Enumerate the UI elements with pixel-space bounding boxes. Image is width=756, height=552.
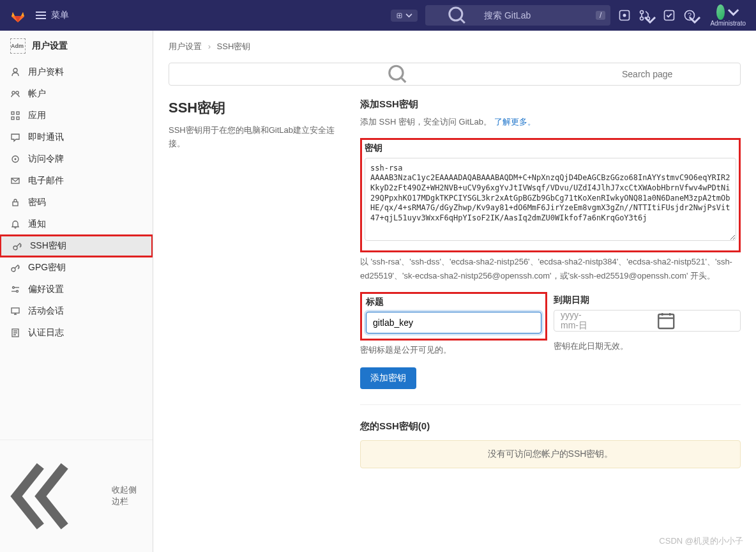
top-bar: 菜单 / ? Administrato — [0, 0, 756, 31]
sidebar-item-label: GPG密钥 — [28, 262, 66, 273]
title-help: 密钥标题是公开可见的。 — [360, 343, 547, 357]
page-title: SSH密钥 — [169, 98, 341, 118]
user-icon — [10, 67, 20, 77]
add-ssh-heading: 添加SSH密钥 — [360, 98, 741, 111]
sidebar-item-label: 认证日志 — [28, 327, 64, 339]
lock-icon — [10, 197, 20, 208]
sidebar-item-label: 访问令牌 — [28, 153, 64, 165]
svg-rect-20 — [13, 202, 18, 206]
sidebar-item-12[interactable]: 认证日志 — [0, 322, 153, 344]
search-page-input[interactable] — [622, 69, 734, 79]
svg-point-24 — [17, 291, 19, 293]
help-icon[interactable]: ? — [683, 9, 696, 22]
svg-point-18 — [15, 158, 17, 160]
sidebar-item-label: 活动会话 — [28, 305, 64, 317]
sidebar-item-4[interactable]: 访问令牌 — [0, 148, 153, 170]
sidebar-item-label: 应用 — [28, 110, 46, 121]
sidebar-item-5[interactable]: 电子邮件 — [0, 170, 153, 192]
breadcrumb-root[interactable]: 用户设置 — [169, 42, 202, 51]
sidebar-item-1[interactable]: 帐户 — [0, 83, 153, 105]
sidebar-item-6[interactable]: 密码 — [0, 192, 153, 213]
issues-icon[interactable] — [618, 9, 631, 22]
todos-icon[interactable] — [663, 9, 676, 22]
collapse-label: 收起侧边栏 — [112, 484, 142, 507]
title-label: 标题 — [366, 296, 541, 308]
chat-icon — [10, 132, 20, 142]
sidebar-item-label: 密码 — [28, 197, 46, 208]
svg-rect-14 — [17, 112, 19, 114]
sidebar-item-3[interactable]: 即时通讯 — [0, 126, 153, 148]
gitlab-logo[interactable] — [10, 8, 26, 23]
email-icon — [10, 176, 20, 186]
svg-point-23 — [13, 287, 15, 289]
sidebar-item-label: SSH密钥 — [30, 240, 66, 252]
sidebar-header: Adm 用户设置 — [0, 31, 153, 61]
account-icon — [10, 89, 20, 99]
sidebar-item-label: 偏好设置 — [28, 284, 64, 295]
search-page-box[interactable] — [169, 63, 741, 86]
sidebar-item-11[interactable]: 活动会话 — [0, 300, 153, 322]
search-input[interactable] — [484, 10, 596, 20]
search-box[interactable]: / — [425, 5, 610, 26]
your-keys-heading: 您的SSH密钥(0) — [360, 420, 741, 433]
watermark: CSDN @机灵的小小子 — [659, 535, 743, 547]
collapse-sidebar[interactable]: 收起侧边栏 — [0, 440, 153, 552]
sidebar-item-label: 通知 — [28, 218, 46, 230]
title-input[interactable] — [366, 312, 541, 334]
create-new-button[interactable] — [391, 10, 418, 22]
log-icon — [10, 328, 20, 338]
calendar-icon — [598, 310, 734, 331]
ssh-key-textarea[interactable] — [365, 158, 736, 241]
empty-state: 没有可访问您帐户的SSH密钥。 — [360, 440, 741, 468]
merge-requests-icon[interactable] — [639, 9, 651, 22]
bell-icon — [10, 219, 20, 229]
search-shortcut: / — [596, 11, 605, 20]
broken-avatar: Adm — [10, 38, 26, 54]
svg-rect-16 — [17, 117, 19, 119]
sidebar-item-label: 即时通讯 — [28, 132, 64, 143]
avatar — [716, 4, 725, 20]
svg-point-27 — [389, 66, 403, 79]
key-icon — [10, 263, 20, 273]
svg-point-5 — [640, 17, 644, 20]
sidebar-item-label: 帐户 — [28, 88, 46, 100]
expires-label: 到期日期 — [554, 295, 741, 306]
key-icon — [12, 241, 22, 251]
svg-rect-25 — [11, 308, 19, 313]
sidebar-item-0[interactable]: 用户资料 — [0, 61, 153, 83]
content: 用户设置 › SSH密钥 SSH密钥 SSH密钥用于在您的电脑和GitLab建立… — [153, 31, 756, 552]
expires-placeholder: yyyy-mm-日 — [561, 310, 598, 332]
add-ssh-desc: 添加 SSH 密钥，安全访问 GitLab。 — [360, 117, 492, 126]
svg-point-11 — [12, 91, 15, 94]
breadcrumb: 用户设置 › SSH密钥 — [169, 41, 741, 52]
expires-input[interactable]: yyyy-mm-日 — [554, 310, 741, 332]
menu-label: 菜单 — [51, 10, 69, 21]
monitor-icon — [10, 306, 20, 316]
user-menu[interactable]: Administrato — [710, 4, 746, 27]
sidebar-item-label: 电子邮件 — [28, 175, 64, 187]
svg-point-4 — [640, 11, 644, 14]
sidebar-item-9[interactable]: GPG密钥 — [0, 257, 153, 279]
chevron-left-icon — [10, 448, 107, 544]
svg-point-12 — [16, 91, 19, 94]
svg-point-1 — [450, 8, 462, 20]
search-icon — [176, 63, 619, 85]
menu-toggle[interactable]: 菜单 — [36, 10, 69, 21]
search-icon — [430, 5, 484, 26]
sidebar-item-10[interactable]: 偏好设置 — [0, 279, 153, 300]
token-icon — [10, 154, 20, 164]
svg-point-10 — [13, 68, 17, 72]
sidebar-item-label: 用户资料 — [28, 66, 64, 78]
breadcrumb-current: SSH密钥 — [217, 42, 251, 51]
sidebar-item-8[interactable]: SSH密钥 — [0, 235, 153, 257]
settings-icon — [10, 284, 20, 295]
key-label: 密钥 — [365, 142, 736, 154]
hamburger-icon — [36, 12, 46, 19]
add-key-button[interactable]: 添加密钥 — [360, 367, 416, 389]
svg-rect-28 — [658, 314, 674, 328]
sidebar-item-7[interactable]: 通知 — [0, 213, 153, 235]
sidebar-item-2[interactable]: 应用 — [0, 105, 153, 126]
apps-icon — [10, 111, 20, 121]
sidebar: Adm 用户设置 用户资料帐户应用即时通讯访问令牌电子邮件密码通知SSH密钥GP… — [0, 31, 153, 552]
learn-more-link[interactable]: 了解更多。 — [494, 117, 536, 126]
